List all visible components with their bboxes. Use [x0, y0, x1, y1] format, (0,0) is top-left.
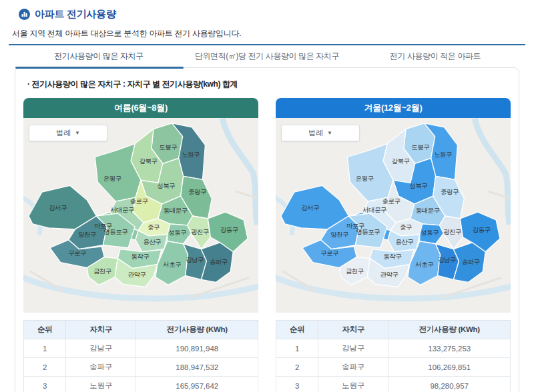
legend-dropdown[interactable]: 범례▼	[281, 125, 360, 141]
table-cell: 3	[24, 377, 66, 392]
rank-table-header: 전기사용량 (KWh)	[136, 321, 258, 339]
chevron-down-icon: ▼	[75, 130, 80, 136]
table-row: 1강남구190,891,948	[24, 339, 258, 358]
rank-table-header: 자치구	[66, 321, 136, 339]
page-title: 아파트 전기사용량	[35, 8, 115, 21]
panel-winter: 겨울(12월~2월)도봉구노원구강북구은평구성북구중랑구종로구동대문구서대문구마…	[276, 98, 511, 392]
table-cell: 1	[24, 339, 66, 358]
legend-label: 범례	[56, 128, 71, 138]
table-cell: 노원구	[66, 377, 136, 392]
table-cell: 106,269,851	[388, 358, 511, 377]
page-header: 아파트 전기사용량 서울 지역 전체 아파트 대상으로 분석한 아파트 전기 사…	[0, 0, 534, 39]
rank-table-header: 순위	[276, 321, 318, 339]
table-cell: 133,275,253	[388, 339, 511, 358]
table-row: 3노원구165,957,642	[24, 377, 258, 392]
table-cell: 강남구	[318, 339, 388, 358]
legend-label: 범례	[308, 128, 323, 138]
content-card: · 전기사용량이 많은 자치구 : 자치구 별 전기사용량(kwh) 합계 여름…	[15, 67, 519, 392]
legend-dropdown[interactable]: 범례▼	[29, 125, 107, 141]
tab-low-usage-apartments[interactable]: 전기 사용량이 적은 아파트	[351, 45, 519, 67]
table-row: 1강남구133,275,253	[276, 339, 511, 358]
active-tab-indicator	[15, 67, 184, 69]
tab-usage-per-area-districts[interactable]: 단위면적(㎡)당 전기 사용량이 많은 자치구	[183, 45, 351, 67]
table-cell: 3	[276, 377, 318, 392]
table-cell: 190,891,948	[136, 339, 258, 358]
bar-chart-icon	[19, 9, 30, 20]
panel-summer: 여름(6월~8월)도봉구노원구강북구은평구성북구중랑구종로구동대문구서대문구마포…	[23, 98, 258, 392]
map-winter: 도봉구노원구강북구은평구성북구중랑구종로구동대문구서대문구마포구중구용산구성동구…	[276, 118, 511, 313]
seoul-district-map: 도봉구노원구강북구은평구성북구중랑구종로구동대문구서대문구마포구중구용산구성동구…	[276, 118, 511, 313]
table-cell: 2	[24, 358, 66, 377]
table-cell: 1	[276, 339, 318, 358]
table-cell: 송파구	[66, 358, 136, 377]
seoul-district-map: 도봉구노원구강북구은평구성북구중랑구종로구동대문구서대문구마포구중구용산구성동구…	[23, 118, 258, 313]
table-cell: 188,947,532	[136, 358, 258, 377]
table-row: 3노원구98,280,957	[276, 377, 511, 392]
panel-winter-title: 겨울(12월~2월)	[276, 98, 511, 118]
table-cell: 165,957,642	[136, 377, 258, 392]
table-cell: 강남구	[66, 339, 136, 358]
ranking-table-winter: 순위자치구전기사용량 (KWh)1강남구133,275,2532송파구106,2…	[276, 320, 511, 392]
table-cell: 노원구	[318, 377, 388, 392]
rank-table-header: 순위	[24, 321, 66, 339]
map-summer: 도봉구노원구강북구은평구성북구중랑구종로구동대문구서대문구마포구중구용산구성동구…	[23, 118, 258, 313]
map-panels: 여름(6월~8월)도봉구노원구강북구은평구성북구중랑구종로구동대문구서대문구마포…	[23, 98, 511, 392]
table-row: 2송파구106,269,851	[276, 358, 511, 377]
panel-summer-title: 여름(6월~8월)	[23, 98, 258, 118]
chevron-down-icon: ▼	[327, 130, 332, 136]
rank-table-header: 자치구	[318, 321, 388, 339]
table-cell: 송파구	[318, 358, 388, 377]
table-cell: 2	[276, 358, 318, 377]
page-subtitle: 서울 지역 전체 아파트 대상으로 분석한 아파트 전기 사용량입니다.	[12, 28, 515, 39]
tab-high-usage-districts[interactable]: 전기사용량이 많은 자치구	[15, 45, 183, 67]
table-cell: 98,280,957	[388, 377, 511, 392]
tab-bar: 전기사용량이 많은 자치구 단위면적(㎡)당 전기 사용량이 많은 자치구 전기…	[15, 45, 519, 67]
rank-table-header: 전기사용량 (KWh)	[388, 321, 511, 339]
ranking-table-summer: 순위자치구전기사용량 (KWh)1강남구190,891,9482송파구188,9…	[23, 320, 258, 392]
table-row: 2송파구188,947,532	[24, 358, 258, 377]
section-label: · 전기사용량이 많은 자치구 : 자치구 별 전기사용량(kwh) 합계	[27, 79, 511, 90]
